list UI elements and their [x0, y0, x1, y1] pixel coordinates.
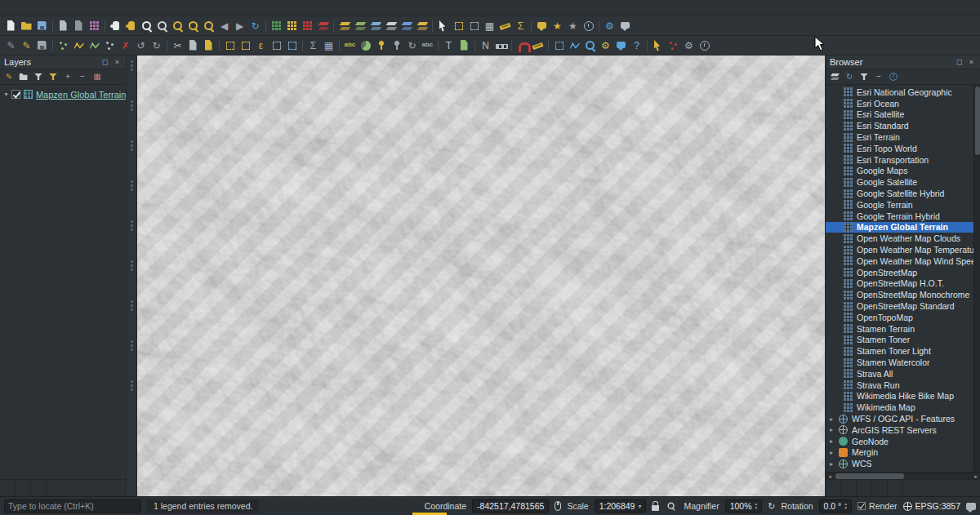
tab-debugging[interactable]	[888, 480, 903, 496]
scale-bar-icon[interactable]	[493, 38, 509, 54]
select-by-polygon-icon[interactable]	[238, 38, 253, 54]
filter-by-expression-icon[interactable]	[46, 70, 60, 83]
menu-help[interactable]	[121, 7, 131, 10]
checkbox-icon[interactable]	[858, 502, 866, 510]
north-arrow-icon[interactable]: N	[478, 38, 493, 54]
browser-item[interactable]: Esri Satellite	[826, 109, 973, 121]
filter-browser-icon[interactable]	[857, 70, 871, 83]
scale-lock-icon[interactable]	[652, 505, 659, 511]
delete-selected-icon[interactable]: ✗	[118, 38, 133, 54]
spinner-arrows-icon[interactable]: ▴▾	[844, 502, 847, 510]
change-label-icon[interactable]	[420, 38, 435, 54]
history-icon[interactable]	[697, 38, 712, 54]
browser-item[interactable]: Open Weather Map Temperature	[826, 244, 973, 255]
browser-item[interactable]: OpenTopoMap	[826, 312, 973, 323]
tab-browser[interactable]	[826, 480, 841, 496]
locate-input[interactable]	[8, 501, 137, 511]
menu-vector[interactable]	[62, 7, 72, 10]
coordinate-input[interactable]: -842517,4781565	[472, 499, 549, 513]
add-delimited-text-layer-icon[interactable]	[383, 18, 399, 34]
zoom-to-layer-icon[interactable]	[201, 18, 216, 34]
properties-widget-icon[interactable]	[886, 70, 900, 83]
vertex-tool-icon[interactable]	[102, 38, 118, 54]
browser-item[interactable]: Esri National Geographic	[826, 87, 973, 98]
menu-web[interactable]	[91, 7, 101, 10]
browser-item[interactable]: Open Weather Map Clouds	[826, 233, 973, 244]
layout-manager-icon[interactable]	[71, 18, 87, 34]
browser-item[interactable]: Stamen Terrain	[826, 323, 973, 335]
browser-item-mergin[interactable]: Mergin	[826, 447, 973, 459]
move-label-icon[interactable]	[389, 38, 404, 54]
browser-item[interactable]: Esri Ocean	[826, 98, 973, 109]
menu-layer[interactable]	[33, 7, 42, 10]
new-print-layout-icon[interactable]	[56, 18, 71, 34]
new-geopackage-layer-icon[interactable]	[269, 18, 284, 34]
log-messages-icon[interactable]	[617, 18, 633, 34]
open-attribute-table-icon[interactable]: ▦	[482, 18, 497, 34]
add-selected-layers-icon[interactable]	[827, 70, 841, 83]
vertical-scrollbar[interactable]	[973, 85, 980, 472]
show-bookmarks-icon[interactable]: ★	[565, 18, 581, 34]
horizontal-scrollbar-thumb[interactable]	[835, 473, 904, 479]
browser-item[interactable]: Google Maps	[826, 166, 973, 177]
data-source-manager-icon[interactable]	[315, 18, 331, 34]
style-manager-icon[interactable]	[87, 18, 102, 34]
metasearch-icon[interactable]	[582, 38, 598, 54]
browser-item-arcgis[interactable]: ArcGIS REST Servers	[826, 424, 973, 436]
new-virtual-layer-icon[interactable]	[300, 18, 315, 34]
open-project-icon[interactable]	[19, 18, 34, 34]
layer-diagram-icon[interactable]	[358, 38, 373, 54]
browser-item[interactable]: Google Terrain	[826, 199, 973, 211]
browser-item[interactable]: Esri Terrain	[826, 131, 973, 143]
browser-item[interactable]: Google Satellite Hybrid	[826, 188, 973, 199]
filter-legend-icon[interactable]	[31, 70, 45, 83]
add-group-icon[interactable]	[16, 70, 30, 83]
browser-item[interactable]: Esri Standard	[826, 120, 973, 131]
snapping-toggle-icon[interactable]	[514, 38, 530, 54]
horizontal-scrollbar[interactable]	[826, 472, 980, 479]
collapse-browser-icon[interactable]: −	[871, 70, 885, 83]
add-polygon-feature-icon[interactable]	[87, 38, 102, 54]
zoom-full-icon[interactable]	[170, 18, 185, 34]
add-line-feature-icon[interactable]	[71, 38, 87, 54]
add-point-feature-icon[interactable]	[56, 38, 71, 54]
menu-edit[interactable]	[13, 7, 23, 10]
model-designer-icon[interactable]: ⚙	[681, 38, 697, 54]
browser-item[interactable]: Google Terrain Hybrid	[826, 211, 973, 222]
deselect-all-icon[interactable]	[269, 38, 284, 54]
attribute-table-icon[interactable]: ▦	[321, 38, 336, 54]
current-edits-icon[interactable]: ✎	[3, 38, 19, 54]
close-icon[interactable]	[967, 58, 976, 67]
browser-item-geonode[interactable]: GeoNode	[826, 436, 973, 447]
menu-plugins[interactable]	[52, 7, 62, 10]
browser-item[interactable]: Google Satellite	[826, 176, 973, 188]
deselect-features-icon[interactable]	[466, 18, 482, 34]
browser-item[interactable]: OpenStreetMap Standard	[826, 300, 973, 312]
browser-item[interactable]: Stamen Toner Light	[826, 345, 973, 357]
select-by-rectangle-icon[interactable]	[222, 38, 238, 54]
remove-layer-icon[interactable]: ▦	[90, 70, 104, 83]
layer-labeling-icon[interactable]	[342, 38, 358, 54]
redo-icon[interactable]: ↻	[149, 38, 164, 54]
extents-toggle-icon[interactable]	[555, 501, 561, 511]
refresh-browser-icon[interactable]: ↻	[842, 70, 856, 83]
browser-item[interactable]: Open Weather Map Wind Speed	[826, 255, 973, 267]
browser-item[interactable]: Strava All	[826, 368, 973, 380]
close-icon[interactable]	[113, 58, 122, 67]
scroll-left-icon[interactable]	[826, 473, 834, 480]
field-calculator-icon[interactable]: Σ	[305, 38, 321, 54]
browser-item[interactable]: OpenStreetMap H.O.T.	[826, 278, 973, 290]
vertical-scrollbar-thumb[interactable]	[975, 87, 980, 155]
menu-settings[interactable]	[42, 7, 52, 10]
expand-arrow-icon[interactable]	[830, 437, 839, 445]
refresh-map-icon[interactable]: ↻	[247, 18, 263, 34]
pin-labels-icon[interactable]	[373, 38, 389, 54]
expand-arrow-icon[interactable]	[2, 91, 11, 98]
toggle-editing-icon[interactable]: ✎	[19, 38, 34, 54]
menu-project[interactable]	[3, 7, 13, 10]
scale-combo[interactable]: 1:206849▾	[595, 499, 647, 513]
browser-item[interactable]: Strava Run	[826, 380, 973, 391]
tab-python[interactable]	[872, 480, 888, 496]
menu-view[interactable]	[23, 7, 33, 10]
select-features-icon[interactable]	[451, 18, 466, 34]
